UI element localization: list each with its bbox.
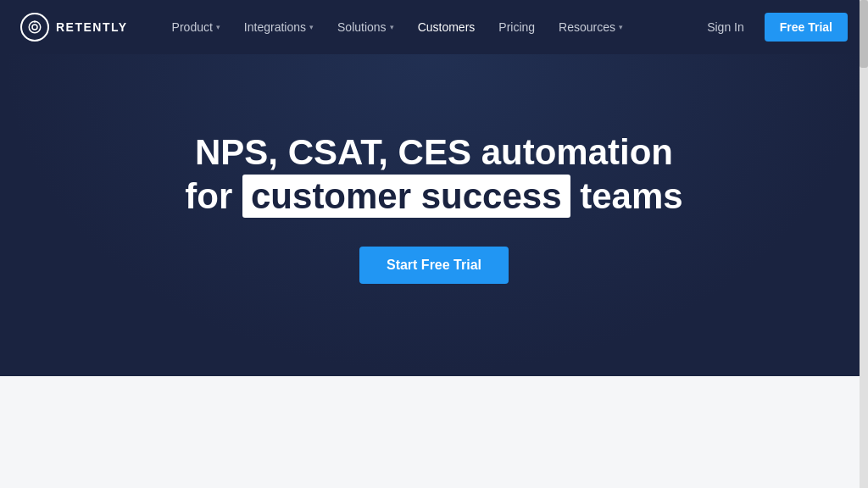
chevron-down-icon: ▾	[309, 23, 314, 31]
svg-point-0	[29, 21, 41, 33]
hero-title: NPS, CSAT, CES automation for customer s…	[185, 130, 682, 219]
nav-item-resources[interactable]: Resources ▾	[548, 14, 633, 41]
chevron-down-icon: ▾	[390, 23, 394, 31]
logo-icon	[20, 13, 49, 42]
navbar: RETENTLY Product ▾ Integrations ▾ Soluti…	[0, 0, 868, 54]
nav-item-product[interactable]: Product ▾	[162, 14, 231, 41]
start-free-trial-button[interactable]: Start Free Trial	[359, 247, 509, 284]
chevron-down-icon: ▾	[619, 23, 623, 31]
svg-point-1	[32, 25, 37, 30]
nav-item-pricing[interactable]: Pricing	[488, 14, 545, 41]
navbar-actions: Sign In Free Trial	[697, 13, 848, 42]
logo-link[interactable]: RETENTLY	[20, 13, 128, 42]
signin-button[interactable]: Sign In	[697, 14, 754, 41]
scrollbar[interactable]	[860, 0, 868, 488]
free-trial-button[interactable]: Free Trial	[765, 13, 848, 42]
navbar-nav: Product ▾ Integrations ▾ Solutions ▾ Cus…	[162, 14, 698, 41]
below-hero-spacer	[0, 376, 868, 488]
chevron-down-icon: ▾	[216, 23, 220, 31]
logo-text: RETENTLY	[56, 20, 128, 34]
nav-item-customers[interactable]: Customers	[408, 14, 486, 41]
hero-highlight: customer success	[242, 175, 570, 218]
nav-item-integrations[interactable]: Integrations ▾	[234, 14, 324, 41]
hero-section: NPS, CSAT, CES automation for customer s…	[0, 54, 868, 376]
scrollbar-thumb[interactable]	[860, 0, 868, 68]
nav-item-solutions[interactable]: Solutions ▾	[327, 14, 404, 41]
